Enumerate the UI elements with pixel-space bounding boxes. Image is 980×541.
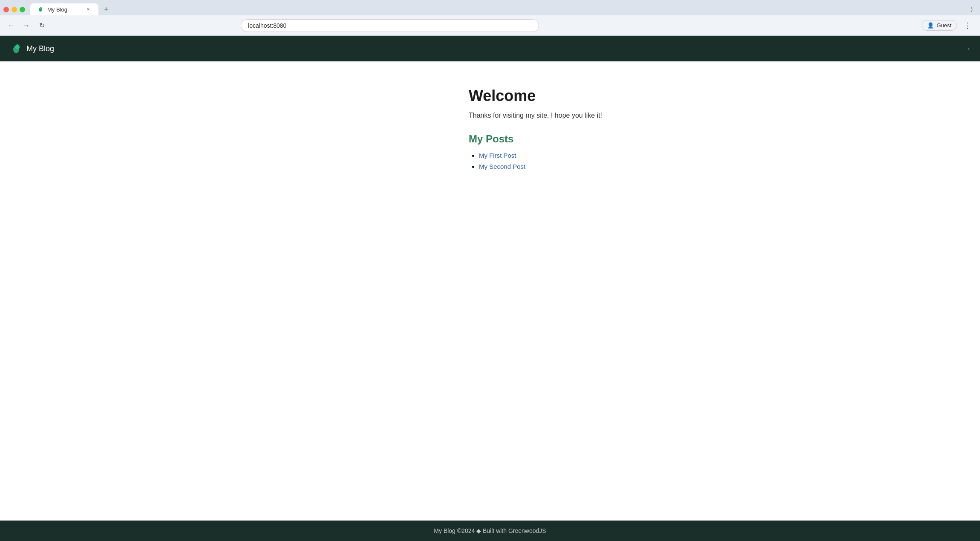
tab-close-button[interactable]: ×	[85, 6, 92, 13]
back-button[interactable]: ←	[5, 20, 17, 32]
page-title: Welcome	[469, 87, 682, 105]
forward-button[interactable]: →	[20, 20, 32, 32]
main-content: Welcome Thanks for visiting my site, I h…	[298, 61, 682, 521]
list-item: My First Post	[479, 152, 682, 159]
active-tab[interactable]: My Blog ×	[30, 3, 98, 15]
three-dots-icon: ⋮	[964, 21, 971, 30]
account-icon: 👤	[927, 22, 934, 29]
tab-title: My Blog	[47, 6, 81, 13]
window-controls	[3, 7, 25, 12]
posts-list: My First Post My Second Post	[469, 152, 682, 171]
guest-label: Guest	[937, 22, 951, 29]
guest-button[interactable]: 👤 Guest	[922, 20, 957, 31]
site-footer: My Blog ©2024 ◆ Built with GreenwoodJS	[0, 521, 980, 541]
post-link-second[interactable]: My Second Post	[479, 163, 525, 170]
close-button[interactable]	[3, 7, 9, 12]
posts-heading: My Posts	[469, 133, 682, 145]
site-title: My Blog	[26, 44, 54, 53]
reload-button[interactable]: ↻	[36, 20, 48, 32]
minimize-button[interactable]	[12, 7, 17, 12]
expand-icon: ⟩	[966, 4, 977, 14]
address-bar: ← → ↻ localhost:8080 👤 Guest ⋮	[0, 15, 980, 36]
page-wrapper: My Blog › Welcome Thanks for visiting my…	[0, 36, 980, 541]
post-link-first[interactable]: My First Post	[479, 152, 516, 159]
reload-icon: ↻	[39, 21, 45, 29]
maximize-button[interactable]	[20, 7, 25, 12]
address-bar-right: 👤 Guest ⋮	[922, 19, 975, 32]
header-right: ›	[968, 45, 970, 52]
tab-favicon	[37, 6, 44, 13]
logo-icon	[10, 43, 22, 55]
page-subtitle: Thanks for visiting my site, I hope you …	[469, 112, 682, 119]
tab-bar-right: ⟩	[966, 4, 977, 14]
forward-icon: →	[23, 22, 30, 29]
site-logo: My Blog	[10, 43, 54, 55]
tab-bar: My Blog × + ⟩	[0, 0, 980, 15]
more-options-button[interactable]: ⋮	[960, 19, 975, 32]
footer-text: My Blog ©2024 ◆ Built with GreenwoodJS	[434, 527, 546, 534]
site-header: My Blog ›	[0, 36, 980, 61]
header-chevron-icon: ›	[968, 45, 970, 52]
back-icon: ←	[8, 22, 14, 29]
url-text: localhost:8080	[248, 22, 532, 29]
new-tab-button[interactable]: +	[100, 3, 112, 15]
browser-chrome: My Blog × + ⟩ ← → ↻ localhost:8080 👤 Gue…	[0, 0, 980, 541]
url-bar[interactable]: localhost:8080	[241, 19, 539, 32]
list-item: My Second Post	[479, 163, 682, 171]
